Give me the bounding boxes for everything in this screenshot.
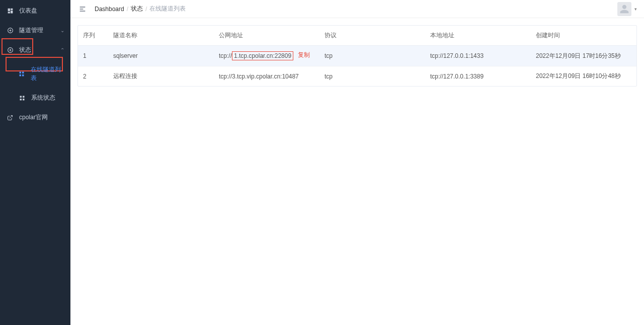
th-public: 公网地址 bbox=[214, 26, 319, 46]
cell-local: tcp://127.0.0.1:3389 bbox=[425, 66, 531, 86]
breadcrumb-item[interactable]: Dashboard bbox=[95, 6, 124, 13]
main-area: Dashboard / 状态 / 在线隧道列表 ▾ 序列 隧道名称 公网 bbox=[70, 0, 644, 325]
cell-name: sqlserver bbox=[108, 46, 214, 66]
svg-rect-5 bbox=[22, 74, 24, 76]
public-prefix: tcp:// bbox=[219, 52, 232, 59]
svg-rect-8 bbox=[20, 99, 22, 101]
plus-circle-icon bbox=[6, 27, 14, 35]
breadcrumb-sep: / bbox=[145, 6, 147, 13]
table-header-row: 序列 隧道名称 公网地址 协议 本地地址 创建时间 bbox=[78, 26, 636, 46]
sidebar-item-dashboard[interactable]: 仪表盘 bbox=[0, 1, 70, 21]
dashboard-icon bbox=[6, 7, 14, 15]
cell-proto: tcp bbox=[319, 66, 425, 86]
svg-rect-6 bbox=[20, 96, 22, 98]
breadcrumb-item[interactable]: 状态 bbox=[131, 5, 143, 13]
sidebar-item-label: 隧道管理 bbox=[19, 26, 43, 35]
grid-icon bbox=[18, 94, 26, 102]
user-menu[interactable]: ▾ bbox=[617, 2, 637, 16]
sidebar-item-system-status[interactable]: 系统状态 bbox=[0, 88, 70, 108]
plus-circle-icon bbox=[6, 46, 14, 54]
cell-seq: 2 bbox=[78, 66, 108, 86]
chevron-down-icon: ⌄ bbox=[60, 28, 64, 33]
sidebar-item-label: 系统状态 bbox=[31, 94, 55, 102]
caret-down-icon: ▾ bbox=[634, 7, 637, 12]
copy-annotation: 复制 bbox=[298, 51, 310, 58]
breadcrumb-sep: / bbox=[127, 6, 128, 13]
breadcrumb: Dashboard / 状态 / 在线隧道列表 bbox=[95, 5, 186, 13]
cell-public: tcp://3.tcp.vip.cpolar.cn:10487 bbox=[214, 66, 319, 86]
sidebar-item-label: cpolar官网 bbox=[19, 113, 48, 122]
th-name: 隧道名称 bbox=[108, 26, 214, 46]
chevron-up-icon: ⌃ bbox=[60, 47, 64, 53]
grid-icon bbox=[18, 70, 26, 78]
svg-rect-3 bbox=[22, 72, 24, 74]
cell-seq: 1 bbox=[78, 46, 108, 66]
svg-rect-9 bbox=[23, 99, 25, 101]
table-row[interactable]: 2 远程连接 tcp://3.tcp.vip.cpolar.cn:10487 t… bbox=[78, 66, 636, 86]
public-host-highlight: 1.tcp.cpolar.cn:22809 bbox=[232, 51, 293, 60]
content: 序列 隧道名称 公网地址 协议 本地地址 创建时间 1 sqlserver tc… bbox=[70, 18, 644, 94]
table-row[interactable]: 1 sqlserver tcp://1.tcp.cpolar.cn:22809 … bbox=[78, 46, 636, 66]
th-seq: 序列 bbox=[78, 26, 108, 46]
sidebar-item-tunnel-manage[interactable]: 隧道管理 ⌄ bbox=[0, 21, 70, 40]
th-proto: 协议 bbox=[319, 26, 425, 46]
sidebar-item-cpolar-site[interactable]: cpolar官网 bbox=[0, 108, 70, 127]
external-link-icon bbox=[6, 114, 14, 122]
tunnel-table: 序列 隧道名称 公网地址 协议 本地地址 创建时间 1 sqlserver tc… bbox=[77, 25, 637, 87]
avatar bbox=[617, 2, 631, 16]
sidebar: 仪表盘 隧道管理 ⌄ 状态 ⌃ 在线隧道列表 系统状态 bbox=[0, 0, 70, 325]
cell-name: 远程连接 bbox=[108, 66, 214, 86]
topbar: Dashboard / 状态 / 在线隧道列表 ▾ bbox=[70, 0, 644, 18]
cell-time: 2022年12月09日 17时16分35秒 bbox=[531, 46, 636, 66]
svg-rect-2 bbox=[20, 72, 22, 74]
sidebar-item-label: 状态 bbox=[19, 46, 31, 54]
breadcrumb-item-current: 在线隧道列表 bbox=[149, 5, 186, 13]
sidebar-item-label: 在线隧道列表 bbox=[31, 65, 64, 83]
cell-local: tcp://127.0.0.1:1433 bbox=[425, 46, 531, 66]
menu-toggle-button[interactable] bbox=[77, 4, 88, 14]
svg-rect-7 bbox=[23, 96, 25, 98]
th-local: 本地地址 bbox=[425, 26, 531, 46]
svg-rect-4 bbox=[20, 74, 22, 76]
sidebar-item-online-tunnels[interactable]: 在线隧道列表 bbox=[0, 60, 70, 88]
th-time: 创建时间 bbox=[531, 26, 636, 46]
sidebar-item-label: 仪表盘 bbox=[19, 7, 37, 15]
sidebar-item-status[interactable]: 状态 ⌃ bbox=[0, 40, 70, 60]
cell-public: tcp://1.tcp.cpolar.cn:22809 复制 bbox=[214, 46, 319, 66]
cell-proto: tcp bbox=[319, 46, 425, 66]
cell-time: 2022年12月09日 16时10分48秒 bbox=[531, 66, 636, 86]
